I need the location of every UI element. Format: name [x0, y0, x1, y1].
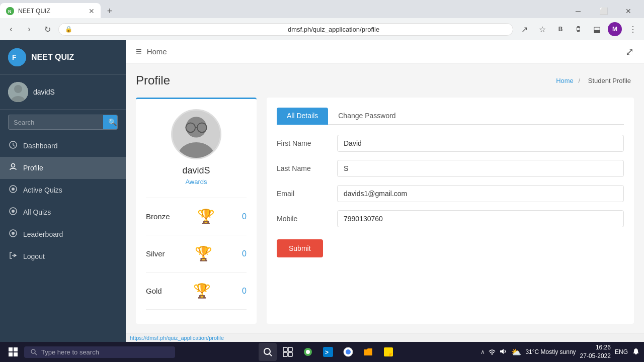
lastname-input[interactable] [337, 160, 624, 177]
silver-label: Silver [146, 249, 165, 258]
bronze-label: Bronze [146, 212, 170, 221]
taskbar-search-box[interactable]: Type here to search [24, 346, 175, 358]
tab-change-password[interactable]: Change Password [328, 108, 406, 125]
svg-point-5 [14, 85, 22, 93]
hamburger-button[interactable]: ≡ [136, 46, 142, 57]
svg-point-14 [12, 232, 15, 235]
fullscreen-button[interactable]: ⤢ [625, 46, 634, 58]
split-view-button[interactable]: ⬓ [590, 22, 604, 36]
new-tab-button[interactable]: + [103, 4, 117, 18]
taskbar-app-task-view[interactable] [279, 343, 297, 361]
search-box: 🔍 [0, 110, 126, 135]
start-button[interactable] [4, 343, 22, 361]
tab-close-button[interactable]: ✕ [89, 7, 95, 15]
taskbar-left: Type here to search [4, 343, 175, 361]
topbar-nav-label: Home [147, 47, 167, 56]
refresh-button[interactable]: ↻ [40, 22, 54, 36]
sidebar-item-leaderboard[interactable]: Leaderboard [0, 223, 126, 245]
forward-button[interactable]: › [22, 22, 36, 36]
taskbar-clock[interactable]: 16:26 27-05-2022 [580, 343, 611, 360]
status-url: https://dmsf.ph/quiz_application/profile [130, 335, 224, 341]
breadcrumb-separator: / [578, 77, 580, 84]
form-row-firstname: First Name [277, 135, 624, 152]
awards-divider [146, 309, 247, 310]
sidebar-item-logout[interactable]: Logout [0, 245, 126, 267]
page-header: Profile Home / Student Profile [136, 73, 634, 87]
menu-button[interactable]: ⋮ [626, 22, 640, 36]
taskbar-app-sticky-notes[interactable] [379, 343, 397, 361]
notifications-button[interactable] [632, 347, 640, 357]
lock-icon: 🔒 [65, 26, 284, 33]
tabs: All Details Change Password [277, 108, 624, 125]
mobile-input[interactable] [337, 210, 624, 227]
page-title: Profile [136, 73, 170, 87]
profile-avatar [171, 109, 221, 159]
svg-point-41 [492, 353, 493, 354]
systray: ∧ [480, 347, 507, 357]
sidebar-item-dashboard[interactable]: Dashboard [0, 135, 126, 157]
systray-chevron[interactable]: ∧ [480, 348, 485, 355]
tab-title: NEET QUIZ [18, 8, 85, 15]
awards-divider [146, 198, 247, 198]
top-bar-left: ≡ Home [136, 46, 167, 57]
taskbar-app-search[interactable] [259, 343, 277, 361]
email-input[interactable] [337, 185, 624, 202]
svg-rect-40 [384, 347, 393, 356]
share-button[interactable]: ↗ [517, 22, 531, 36]
sidebar-item-label: Active Quizs [23, 186, 62, 194]
minimize-button[interactable]: ─ [567, 3, 590, 19]
breadcrumb-home[interactable]: Home [556, 77, 574, 84]
search-input-wrap: 🔍 [8, 115, 118, 130]
main-content: ≡ Home ⤢ Profile Home / Student Profile [126, 40, 644, 342]
search-button[interactable]: 🔍 [103, 115, 118, 129]
svg-point-26 [31, 349, 35, 353]
tab-all-details[interactable]: All Details [277, 108, 328, 125]
sidebar-item-profile[interactable]: Profile [0, 157, 126, 179]
clock-date: 27-05-2022 [580, 352, 611, 360]
browser-tab[interactable]: N NEET QUIZ ✕ [0, 3, 101, 19]
taskbar-app-vscode[interactable]: > [319, 343, 337, 361]
firstname-input[interactable] [337, 135, 624, 152]
volume-icon [499, 347, 507, 357]
app-wrapper: F NEET QUIZ davidS 🔍 [0, 40, 644, 342]
sidebar-item-label: Profile [23, 164, 43, 172]
submit-button[interactable]: Submit [277, 239, 323, 257]
browser-profile-icon[interactable]: M [608, 22, 622, 36]
svg-rect-30 [283, 347, 287, 351]
svg-point-8 [12, 164, 15, 167]
gold-award-row: Gold 🏆 0 [146, 277, 247, 305]
awards-divider [146, 235, 247, 235]
svg-rect-23 [14, 347, 18, 351]
svg-point-39 [346, 349, 351, 354]
taskbar-app-browser[interactable] [299, 343, 317, 361]
close-window-button[interactable]: ✕ [617, 3, 640, 19]
search-input[interactable] [9, 116, 103, 129]
extensions-button[interactable]: ⧮ [572, 22, 586, 36]
wifi-icon [488, 347, 496, 355]
maximize-button[interactable]: ⬜ [592, 3, 615, 19]
bronze-award-row: Bronze 🏆 0 [146, 202, 247, 231]
profile-username: davidS [182, 165, 210, 176]
tab-favicon: N [6, 7, 14, 15]
sidebar-user: davidS [0, 75, 126, 110]
network-icon [488, 347, 496, 357]
lang-indicator: ENG [615, 348, 628, 355]
browser-controls: ‹ › ↻ 🔒 dmsf.ph/quiz_application/profile… [0, 18, 644, 40]
back-button[interactable]: ‹ [4, 22, 18, 36]
sidebar-username: davidS [33, 88, 55, 96]
sidebar-item-label: Leaderboard [23, 230, 63, 238]
taskbar-app-chrome[interactable] [339, 343, 357, 361]
address-bar[interactable]: 🔒 dmsf.ph/quiz_application/profile [58, 23, 513, 36]
browser-ext-b[interactable]: B [553, 22, 568, 36]
sidebar-item-all-quizs[interactable]: All Quizs [0, 201, 126, 223]
content-area: Profile Home / Student Profile [126, 63, 644, 333]
bookmark-button[interactable]: ☆ [535, 22, 549, 36]
taskbar-app-files[interactable] [359, 343, 377, 361]
sidebar-item-active-quizs[interactable]: Active Quizs [0, 179, 126, 201]
lastname-label: Last Name [277, 164, 337, 172]
details-card: All Details Change Password First Name L… [267, 98, 634, 324]
svg-point-10 [12, 188, 15, 191]
svg-rect-22 [9, 347, 13, 351]
sidebar: F NEET QUIZ davidS 🔍 [0, 40, 126, 342]
form-row-mobile: Mobile [277, 210, 624, 227]
